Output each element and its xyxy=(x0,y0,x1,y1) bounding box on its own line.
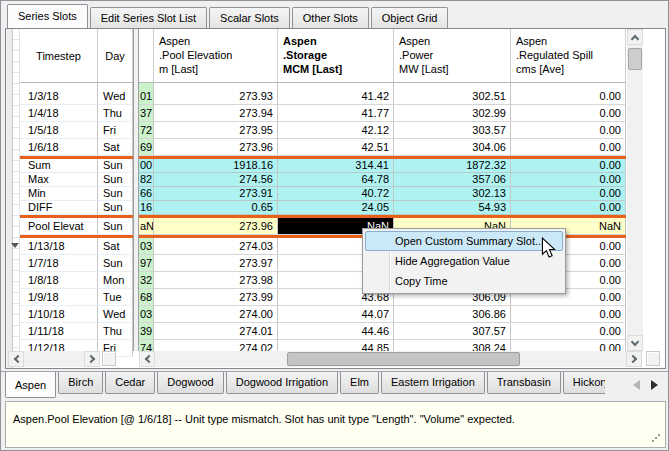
clipped-column-cell[interactable]: 37 xyxy=(139,105,154,122)
day-cell[interactable]: Sun xyxy=(98,201,133,215)
value-cell[interactable]: 274.01 xyxy=(154,323,278,340)
object-tab-birch[interactable]: Birch xyxy=(58,372,103,394)
clipped-column-cell[interactable]: aN xyxy=(139,218,154,235)
object-tab-hickory[interactable]: Hickory xyxy=(563,372,605,394)
value-cell[interactable]: 273.96 xyxy=(154,218,278,235)
value-cell[interactable]: 1918.16 xyxy=(154,159,278,173)
timestep-cell[interactable]: 1/10/18 xyxy=(20,306,98,323)
value-cell[interactable]: 273.96 xyxy=(154,139,278,156)
tab-series-slots[interactable]: Series Slots xyxy=(7,4,88,28)
value-cell[interactable]: 24.05 xyxy=(278,201,394,215)
timestep-cell[interactable]: Sum xyxy=(20,159,98,173)
value-cell[interactable]: 64.78 xyxy=(278,173,394,187)
vertical-scrollbar[interactable] xyxy=(627,29,643,351)
timestep-cell[interactable]: 1/5/18 xyxy=(20,122,98,139)
day-cell[interactable]: Mon xyxy=(98,272,133,289)
tab-scalar-slots[interactable]: Scalar Slots xyxy=(209,7,290,28)
value-cell[interactable]: 273.93 xyxy=(154,88,278,105)
clipped-column-cell[interactable]: 97 xyxy=(139,255,154,272)
tab-scroll-left-icon[interactable] xyxy=(633,380,640,390)
object-tab-eastern-irrigation[interactable]: Eastern Irrigation xyxy=(381,372,485,394)
day-cell[interactable]: Sun xyxy=(98,255,133,272)
clipped-column-cell[interactable]: 03 xyxy=(139,238,154,255)
value-cell[interactable]: 0.00 xyxy=(511,139,626,156)
scroll-left-button[interactable] xyxy=(8,351,24,367)
value-cell[interactable]: 41.42 xyxy=(278,88,394,105)
timestep-cell[interactable]: Pool Elevat xyxy=(20,218,98,235)
clipped-column-cell[interactable]: 66 xyxy=(139,187,154,201)
value-cell[interactable]: 41.77 xyxy=(278,105,394,122)
day-cell[interactable]: Fri xyxy=(98,122,133,139)
timestep-cell[interactable]: Max xyxy=(20,173,98,187)
timestep-cell[interactable]: 1/9/18 xyxy=(20,289,98,306)
timestep-column-header[interactable]: Timestep xyxy=(20,29,98,82)
menu-item-open-custom-summary-slot[interactable]: Open Custom Summary Slot... xyxy=(365,231,563,251)
value-cell[interactable]: 273.98 xyxy=(154,272,278,289)
value-cell[interactable]: 273.99 xyxy=(154,289,278,306)
day-cell[interactable]: Tue xyxy=(98,289,133,306)
timestep-cell[interactable]: 1/4/18 xyxy=(20,105,98,122)
timestep-cell[interactable]: DIFF xyxy=(20,201,98,215)
value-cell[interactable]: 302.99 xyxy=(394,105,511,122)
value-cell[interactable]: 0.00 xyxy=(511,306,626,323)
main-horizontal-scrollbar[interactable] xyxy=(139,351,642,367)
timestep-cell[interactable]: 1/8/18 xyxy=(20,272,98,289)
day-cell[interactable]: Sat xyxy=(98,139,133,156)
value-cell[interactable]: 42.12 xyxy=(278,122,394,139)
value-cell[interactable]: 0.00 xyxy=(511,323,626,340)
row-expander-icon[interactable] xyxy=(11,243,19,248)
day-cell[interactable]: Sun xyxy=(98,218,133,235)
object-tab-cedar[interactable]: Cedar xyxy=(105,372,155,394)
clipped-column-cell[interactable]: 03 xyxy=(139,306,154,323)
value-cell[interactable]: 1872.32 xyxy=(394,159,511,173)
value-cell[interactable]: 303.57 xyxy=(394,122,511,139)
object-tab-aspen[interactable]: Aspen xyxy=(5,372,56,398)
value-cell[interactable]: 0.65 xyxy=(154,201,278,215)
column-header-aspen-pool-elevation[interactable]: Aspen.Pool Elevationm [Last] xyxy=(154,29,278,82)
column-header-aspen-storage[interactable]: Aspen.StorageMCM [Last] xyxy=(278,29,394,82)
menu-item-hide-aggregation-value[interactable]: Hide Aggregation Value xyxy=(365,251,563,271)
column-header-aspen-power[interactable]: Aspen.PowerMW [Last] xyxy=(394,29,511,82)
horizontal-scroll-thumb[interactable] xyxy=(287,352,520,366)
value-cell[interactable]: 273.95 xyxy=(154,122,278,139)
day-cell[interactable]: Thu xyxy=(98,105,133,122)
timestep-cell[interactable]: 1/7/18 xyxy=(20,255,98,272)
value-cell[interactable]: 0.00 xyxy=(511,88,626,105)
value-cell[interactable]: 357.06 xyxy=(394,173,511,187)
value-cell[interactable]: 44.46 xyxy=(278,323,394,340)
value-cell[interactable]: 273.94 xyxy=(154,105,278,122)
value-cell[interactable]: 274.03 xyxy=(154,238,278,255)
vertical-scroll-thumb[interactable] xyxy=(628,48,642,70)
value-cell[interactable]: 314.41 xyxy=(278,159,394,173)
value-cell[interactable]: 0.00 xyxy=(511,105,626,122)
object-tab-dogwood[interactable]: Dogwood xyxy=(157,372,223,394)
scroll-right-button[interactable] xyxy=(626,351,642,367)
day-cell[interactable]: Sun xyxy=(98,159,133,173)
day-cell[interactable]: Thu xyxy=(98,323,133,340)
tab-other-slots[interactable]: Other Slots xyxy=(292,7,369,28)
day-cell[interactable]: Wed xyxy=(98,88,133,105)
clipped-column-cell[interactable]: 01 xyxy=(139,88,154,105)
timestep-cell[interactable]: 1/6/18 xyxy=(20,139,98,156)
value-cell[interactable]: 273.97 xyxy=(154,255,278,272)
timestep-cell[interactable]: 1/3/18 xyxy=(20,88,98,105)
timestep-cell[interactable]: 1/11/18 xyxy=(20,323,98,340)
day-cell[interactable]: Sun xyxy=(98,187,133,201)
value-cell[interactable]: 307.57 xyxy=(394,323,511,340)
value-cell[interactable]: 42.51 xyxy=(278,139,394,156)
value-cell[interactable]: 40.72 xyxy=(278,187,394,201)
clipped-column-cell[interactable]: 72 xyxy=(139,122,154,139)
clipped-column-cell[interactable]: 68 xyxy=(139,289,154,306)
value-cell[interactable]: 0.00 xyxy=(511,173,626,187)
value-cell[interactable]: 0.00 xyxy=(511,159,626,173)
timestep-cell[interactable]: 1/13/18 xyxy=(20,238,98,255)
value-cell[interactable]: 0.00 xyxy=(511,201,626,215)
value-cell[interactable]: 0.00 xyxy=(511,122,626,139)
object-tab-transbasin[interactable]: Transbasin xyxy=(487,372,561,394)
tab-scroll-right-icon[interactable] xyxy=(651,380,658,390)
scroll-left-button[interactable] xyxy=(139,351,155,367)
pane-splitter[interactable] xyxy=(133,29,139,351)
resize-grip-icon[interactable] xyxy=(652,434,661,443)
day-cell[interactable]: Wed xyxy=(98,306,133,323)
clipped-column-cell[interactable]: 69 xyxy=(139,139,154,156)
